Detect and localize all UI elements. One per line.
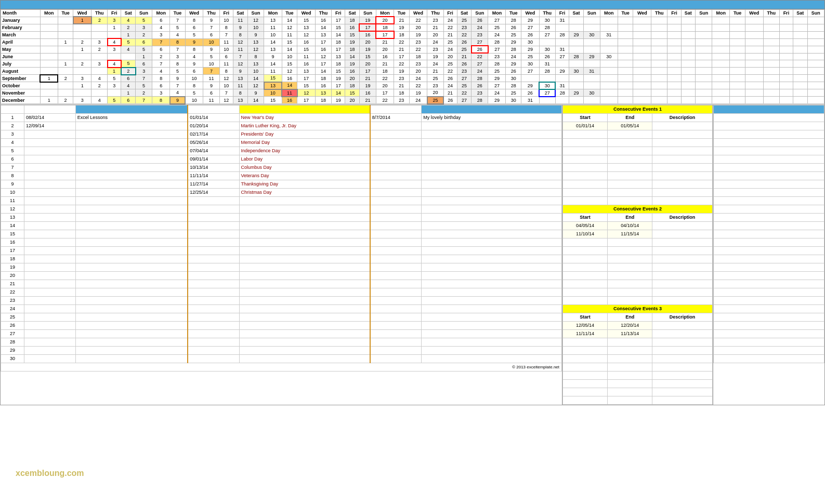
notes-row[interactable] [714,246,824,255]
calendar-day: 29 [521,46,540,53]
calendar-day: 2 [58,75,73,82]
event2-date [370,138,422,147]
notes-row[interactable] [714,230,824,238]
calendar-day [633,46,651,53]
calendar-day: 18 [315,97,331,104]
notes-row[interactable] [714,354,824,363]
calendar-day: 18 [394,89,410,97]
calendar-day: 8 [170,38,186,46]
notes-row[interactable] [714,205,824,213]
calendar-day: 16 [359,89,376,97]
calendar-day: 23 [394,97,410,104]
event-date [24,329,75,338]
calendar-day [681,68,696,75]
notes-row[interactable] [714,138,824,147]
calendar-day: 3 [152,31,170,38]
calendar-day [40,31,58,38]
notes-row[interactable] [714,238,824,246]
event-date [24,296,75,304]
calendar-day [91,53,108,60]
calendar-day [763,53,779,60]
calendar-day: 12 [233,60,247,68]
notes-row[interactable] [714,280,824,288]
event1-text [75,163,188,171]
calendar-day: 11 [203,75,219,82]
calendar-day: 18 [345,82,360,89]
event2-date [370,130,422,138]
event1-text [75,205,188,213]
calendar-day: 14 [247,75,264,82]
notes-row[interactable] [714,130,824,138]
consec-cell [563,280,608,288]
event-row-no: 8 [1,171,24,180]
notes-row[interactable] [714,196,824,205]
calendar-day [40,38,58,46]
calendar-day [745,82,763,89]
notes-row[interactable] [714,313,824,321]
notes-row[interactable] [714,296,824,304]
calendar-day: 6 [219,53,233,60]
notes-row[interactable] [714,304,824,313]
month-label: December [1,97,41,104]
calendar-day: 24 [506,53,521,60]
event-row-no: 10 [1,188,24,196]
notes-row[interactable] [714,147,824,155]
calendar-day: 28 [569,53,584,60]
event-date [24,263,75,271]
calendar-day [681,53,696,60]
notes-row[interactable] [714,271,824,280]
calendar-day: 26 [472,17,488,24]
event1-text [75,180,188,188]
notes-row[interactable] [714,263,824,271]
notes-row[interactable] [714,288,824,296]
calendar-day: 17 [332,82,345,89]
event1-text [75,255,188,263]
notes-row[interactable] [714,221,824,230]
calendar-day: 15 [359,53,376,60]
calendar-day: 12 [315,53,331,60]
event-row-no: 22 [1,288,24,296]
notes-row[interactable] [714,329,824,338]
notes-row[interactable] [714,180,824,188]
notes-row[interactable] [714,113,824,122]
notes-row[interactable] [714,188,824,196]
notes-row[interactable] [714,155,824,163]
calendar-day: 3 [108,82,121,89]
event2-text [422,304,562,313]
consec-cell [563,188,608,196]
calendar-day: 27 [472,60,488,68]
event2-date [370,238,422,246]
notes-row[interactable] [714,171,824,180]
notes-row[interactable] [714,255,824,263]
notes-row[interactable] [714,213,824,221]
notes-row[interactable] [714,338,824,346]
notes-row[interactable] [714,163,824,171]
consec-cell [608,271,652,280]
event2-text [422,246,562,255]
consec-subheader: Description [652,313,713,321]
calendar-day: 11 [203,97,219,104]
calendar-day [91,68,108,75]
holiday-text: Martin Luther King, Jr. Day [239,122,370,130]
calendar-day: 10 [185,75,203,82]
calendar-day [712,68,730,75]
event1-text [75,313,188,321]
event-row-no: 21 [1,280,24,288]
calendar-day: 7 [203,68,219,75]
event2-date [370,196,422,205]
calendar-day: 7 [203,24,219,31]
notes-row[interactable] [714,346,824,354]
event-row-no: 27 [1,329,24,338]
consec-cell [563,354,608,363]
event-date [24,196,75,205]
notes-row[interactable] [714,321,824,329]
calendar-day: 28 [472,75,488,82]
calendar-day: 8 [170,60,186,68]
calendar-day [681,60,696,68]
calendar-day: 7 [152,38,170,46]
holiday-text [239,263,370,271]
notes-row[interactable] [714,122,824,130]
holiday-date [188,221,239,230]
calendar-day: 28 [472,97,488,104]
calendar-day [40,53,58,60]
